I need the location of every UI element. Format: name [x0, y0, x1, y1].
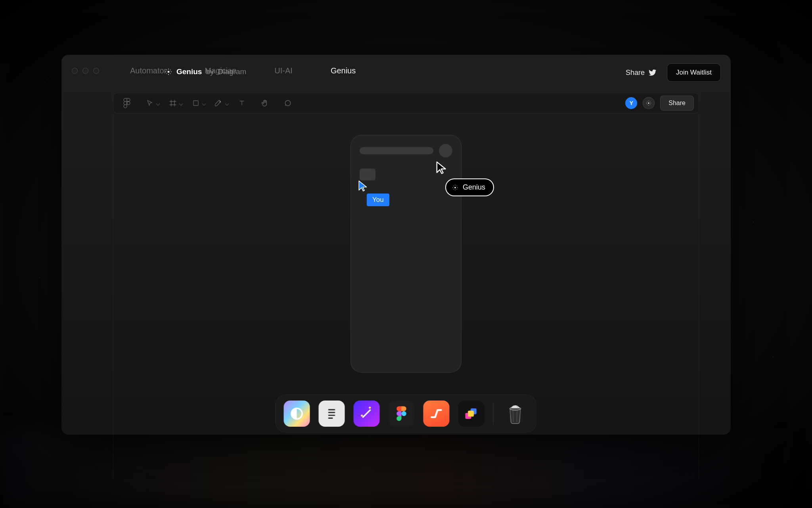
dock-figma-app[interactable]	[389, 401, 415, 427]
dock-notes-app[interactable]	[319, 401, 345, 427]
share-label: Share	[626, 69, 645, 77]
user-avatar[interactable]: Y	[625, 97, 637, 109]
placeholder-avatar-circle	[439, 144, 452, 157]
dock-shapes-app[interactable]	[458, 401, 485, 427]
comment-tool[interactable]	[279, 94, 297, 112]
svg-point-5	[167, 70, 167, 71]
brand-by-name: Diagram	[218, 67, 246, 76]
svg-point-6	[170, 70, 171, 71]
zoom-window-button[interactable]	[93, 68, 99, 74]
pen-tool[interactable]	[210, 94, 228, 112]
svg-point-17	[647, 102, 647, 102]
tab-genius[interactable]: Genius	[312, 62, 375, 79]
svg-point-18	[650, 102, 650, 102]
header-actions: Share Join Waitlist	[626, 63, 721, 82]
figma-logo-icon[interactable]	[118, 94, 136, 112]
minimize-window-button[interactable]	[82, 68, 88, 74]
close-window-button[interactable]	[72, 68, 78, 74]
svg-point-13	[649, 101, 649, 101]
svg-point-8	[170, 73, 171, 74]
phone-artboard[interactable]	[350, 135, 462, 373]
svg-rect-34	[468, 411, 474, 417]
hand-tool[interactable]	[256, 94, 274, 112]
share-button[interactable]: Share	[660, 96, 694, 111]
join-waitlist-button[interactable]: Join Waitlist	[667, 63, 721, 82]
dock-separator	[493, 403, 494, 425]
dock-magician-app[interactable]	[354, 401, 380, 427]
svg-point-3	[165, 71, 166, 72]
artboard-header-row	[360, 144, 452, 157]
svg-point-16	[651, 103, 651, 103]
move-tool[interactable]	[141, 94, 159, 112]
genius-presence-icon[interactable]	[643, 97, 655, 109]
dock	[276, 395, 537, 433]
brand-by-prefix: by	[206, 67, 214, 76]
dock-automator-app[interactable]	[423, 401, 450, 427]
sparkle-icon	[165, 68, 172, 76]
svg-point-19	[647, 104, 647, 105]
share-link[interactable]: Share	[626, 69, 657, 77]
editor-toolbar: Y Share	[113, 93, 699, 113]
tab-ui-ai[interactable]: UI-AI	[255, 62, 312, 79]
svg-point-9	[127, 102, 130, 105]
svg-point-12	[648, 102, 649, 104]
svg-point-31	[402, 411, 406, 416]
rectangle-tool[interactable]	[187, 94, 205, 112]
frame-tool[interactable]	[164, 94, 182, 112]
svg-point-1	[168, 69, 169, 69]
dock-trash[interactable]	[502, 401, 529, 427]
placeholder-block	[360, 169, 375, 180]
svg-point-15	[646, 103, 647, 103]
placeholder-title-bar	[360, 147, 433, 154]
svg-point-4	[171, 71, 172, 72]
svg-point-7	[167, 73, 167, 74]
traffic-lights	[68, 68, 111, 74]
svg-point-20	[650, 104, 650, 105]
svg-point-14	[649, 105, 649, 105]
svg-point-0	[168, 71, 170, 73]
brand-name: Genius	[176, 67, 202, 76]
svg-rect-10	[193, 101, 198, 105]
svg-point-2	[168, 74, 169, 75]
brand-title: Genius by Diagram	[165, 67, 246, 76]
twitter-icon	[649, 69, 657, 77]
text-tool[interactable]	[233, 94, 251, 112]
dock-appearance-app[interactable]	[284, 401, 310, 427]
